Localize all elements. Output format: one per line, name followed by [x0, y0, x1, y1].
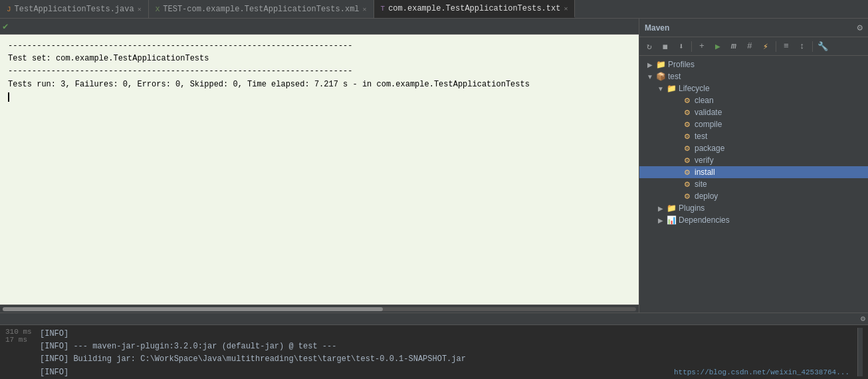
tree-item-verify[interactable]: ⚙ verify — [639, 154, 868, 166]
verify-label: verify — [695, 156, 714, 165]
editor-scrollbar[interactable] — [0, 305, 639, 313]
deploy-gear-icon: ⚙ — [682, 192, 693, 201]
site-label: site — [695, 180, 707, 189]
lifecycle-folder-icon: 📁 — [666, 84, 677, 93]
test-module-icon: 📦 — [655, 72, 666, 81]
bottom-logs: [INFO] [INFO] --- maven-jar-plugin:3.2.0… — [40, 328, 666, 376]
tab-txt[interactable]: T com.example.TestApplicationTests.txt ✕ — [374, 0, 576, 18]
deps-arrow: ▶ — [655, 217, 666, 224]
tree-item-validate[interactable]: ⚙ validate — [639, 106, 868, 118]
test-module-label: test — [668, 72, 681, 81]
tree-item-site[interactable]: ⚙ site — [639, 178, 868, 190]
editor-toolbar: ✔ — [0, 19, 639, 35]
install-label: install — [695, 168, 715, 177]
clean-label: clean — [695, 96, 714, 105]
bottom-link[interactable]: https://blog.csdn.net/weixin_42538764... — [674, 368, 849, 376]
bottom-scrollbar[interactable] — [857, 328, 863, 376]
deps-folder-icon: 📊 — [666, 215, 677, 225]
close-tab-txt[interactable]: ✕ — [564, 5, 568, 13]
maven-toolbar: ↻ ◼ ⬇ + ▶ m # ⚡ ≡ ↕ 🔧 — [639, 37, 868, 56]
clean-gear-icon: ⚙ — [682, 96, 693, 105]
xml-icon: X — [156, 5, 160, 13]
lifecycle-arrow: ▼ — [655, 85, 666, 92]
plugins-label: Plugins — [679, 203, 705, 213]
tree-item-plugins[interactable]: ▶ 📁 Plugins — [639, 202, 868, 214]
maven-tree: ▶ 📁 Profiles ▼ 📦 test ▼ 📁 Lifecycle — [639, 56, 868, 313]
verify-gear-icon: ⚙ — [682, 156, 693, 165]
text-cursor — [8, 92, 9, 102]
editor-content: ----------------------------------------… — [0, 35, 639, 305]
tree-item-test[interactable]: ▼ 📦 test — [639, 70, 868, 82]
editor-text: ----------------------------------------… — [8, 40, 631, 104]
tree-item-dependencies[interactable]: ▶ 📊 Dependencies — [639, 214, 868, 226]
bottom-settings-icon[interactable]: ⚙ — [861, 314, 865, 324]
tree-item-compile[interactable]: ⚙ compile — [639, 118, 868, 130]
refresh-button[interactable]: ↻ — [642, 40, 657, 53]
lightning-button[interactable]: ⚡ — [758, 40, 773, 53]
tree-item-install[interactable]: ⚙ install — [639, 166, 868, 178]
tree-item-lifecycle[interactable]: ▼ 📁 Lifecycle — [639, 82, 868, 94]
close-tab-java[interactable]: ✕ — [138, 5, 142, 13]
profiles-label: Profiles — [668, 60, 695, 69]
maven-title: Maven — [645, 23, 669, 33]
close-tab-xml[interactable]: ✕ — [363, 5, 367, 13]
txt-icon: T — [381, 5, 385, 13]
test-lc-label: test — [695, 132, 707, 141]
package-label: package — [695, 144, 724, 153]
validate-gear-icon: ⚙ — [682, 108, 693, 117]
wrench-button[interactable]: 🔧 — [815, 40, 830, 53]
tab-java[interactable]: J TestApplicationTests.java ✕ — [0, 0, 149, 18]
plugins-arrow: ▶ — [655, 205, 666, 212]
bottom-content: 310 ms 17 ms [INFO] [INFO] --- maven-jar… — [0, 325, 868, 379]
maven-panel: Maven ⚙ ↻ ◼ ⬇ + ▶ m # ⚡ ≡ ↕ 🔧 ▶ 📁 Prof — [639, 19, 868, 313]
profiles-button[interactable]: ◼ — [658, 40, 673, 53]
package-gear-icon: ⚙ — [682, 144, 693, 153]
maven-run-button[interactable]: m — [726, 40, 741, 53]
editor-panel: ✔ --------------------------------------… — [0, 19, 639, 313]
tree-item-profiles[interactable]: ▶ 📁 Profiles — [639, 59, 868, 70]
bottom-toolbar: ⚙ — [0, 313, 868, 325]
log-line-3: [INFO] Building jar: C:\WorkSpace\Java\m… — [40, 353, 666, 366]
tree-button[interactable]: ≡ — [779, 40, 794, 53]
tab-label-txt: com.example.TestApplicationTests.txt — [388, 4, 560, 13]
scrollbar-thumb[interactable] — [3, 307, 383, 311]
compile-gear-icon: ⚙ — [682, 120, 693, 129]
tab-xml[interactable]: X TEST-com.example.TestApplicationTests.… — [149, 0, 374, 18]
timestamp-2: 17 ms — [5, 336, 32, 344]
maven-settings-icon[interactable]: ⚙ — [857, 22, 863, 33]
java-icon: J — [7, 5, 11, 13]
timestamp-1: 310 ms — [5, 328, 32, 336]
check-icon: ✔ — [3, 21, 8, 32]
download-button[interactable]: ⬇ — [674, 40, 689, 53]
run-button[interactable]: ▶ — [710, 40, 725, 53]
bottom-panel: ⚙ 310 ms 17 ms [INFO] [INFO] --- maven-j… — [0, 313, 868, 379]
tabs-bar: J TestApplicationTests.java ✕ X TEST-com… — [0, 0, 868, 19]
lifecycle-label: Lifecycle — [679, 84, 710, 93]
validate-label: validate — [695, 108, 722, 117]
profiles-arrow: ▶ — [645, 61, 655, 68]
tree-item-test-lifecycle[interactable]: ⚙ test — [639, 130, 868, 142]
test-arrow: ▼ — [645, 73, 655, 80]
test-lc-gear-icon: ⚙ — [682, 132, 693, 141]
deploy-label: deploy — [695, 191, 718, 201]
tree-item-deploy[interactable]: ⚙ deploy — [639, 190, 868, 202]
profiles-folder-icon: 📁 — [655, 60, 666, 69]
toolbar-separator-1 — [691, 41, 692, 52]
deps-label: Dependencies — [679, 215, 730, 225]
sort-button[interactable]: ↕ — [795, 40, 810, 53]
main-area: ✔ --------------------------------------… — [0, 19, 868, 313]
tab-label-java: TestApplicationTests.java — [15, 5, 134, 14]
install-gear-icon: ⚙ — [682, 168, 693, 177]
toggle-button[interactable]: # — [742, 40, 757, 53]
log-line-2: [INFO] --- maven-jar-plugin:3.2.0:jar (d… — [40, 340, 666, 353]
log-line-1: [INFO] — [40, 328, 666, 340]
scrollbar-track[interactable] — [3, 307, 636, 311]
add-button[interactable]: + — [695, 40, 709, 53]
compile-label: compile — [695, 120, 722, 129]
log-line-4: [INFO] — [40, 366, 666, 379]
tree-item-clean[interactable]: ⚙ clean — [639, 94, 868, 106]
tab-label-xml: TEST-com.example.TestApplicationTests.xm… — [163, 5, 359, 14]
tree-item-package[interactable]: ⚙ package — [639, 142, 868, 154]
toolbar-separator-2 — [776, 41, 776, 52]
timestamps: 310 ms 17 ms — [5, 328, 32, 376]
